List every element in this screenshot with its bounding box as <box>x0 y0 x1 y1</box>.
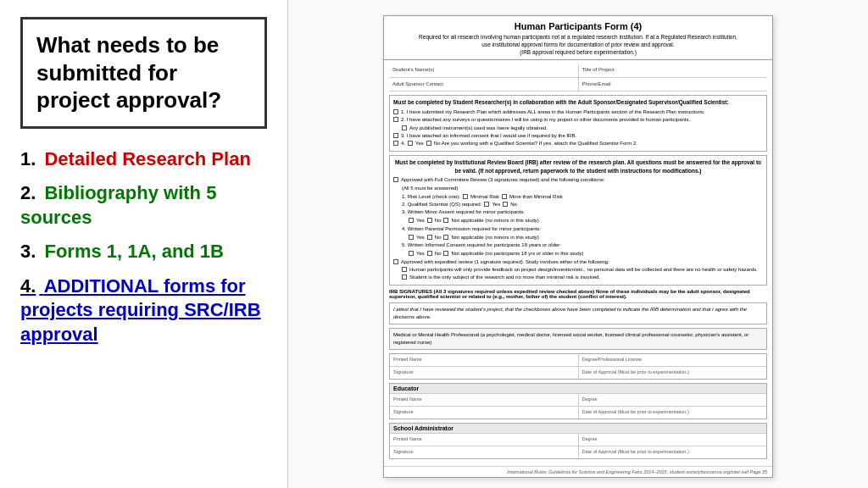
sig-row: Signature Date of Approval (Must be prio… <box>390 446 766 458</box>
checkbox-icon <box>443 235 448 240</box>
degree-cell: Degree <box>579 394 767 406</box>
irb-conditions: (All 5 must be answered) 1. Risk Level (… <box>402 185 763 258</box>
list-item: 4. ADDITIONAL forms for projects requiri… <box>20 274 267 347</box>
checkbox-icon <box>443 218 448 223</box>
degree-cell: Degree <box>579 434 767 446</box>
checkbox-icon <box>484 202 489 207</box>
form-header: Human Participants Form (4) Required for… <box>384 16 772 60</box>
printed-name-cell: Printed Name <box>390 354 579 366</box>
check-item-3: 3. I have attached an informed consent t… <box>393 132 763 139</box>
item-number: 3. <box>20 241 36 262</box>
parental-row: Yes No Not applicable (no minors in this… <box>402 234 763 241</box>
date-cell: Date of Approval (Must be prior to exper… <box>579 446 767 458</box>
title-box: What needs to be submitted for project a… <box>20 17 267 129</box>
signature-cell: Signature <box>390 367 579 379</box>
checkbox-icon <box>427 218 432 223</box>
sig-row: Signature Date of Approval (Must be prio… <box>390 367 766 379</box>
checkbox-icon <box>393 141 398 146</box>
irb-section: Must be completed by Institutional Revie… <box>389 155 767 286</box>
checkbox-icon <box>503 202 508 207</box>
signature-cell: Signature <box>390 446 579 458</box>
minor-assent-row: Yes No Not applicable (no minors in this… <box>402 217 763 224</box>
sig-row: Printed Name Degree/Professional License <box>390 354 766 367</box>
checkbox-icon <box>502 194 507 199</box>
sig-row: Printed Name Degree <box>390 394 766 407</box>
form-document: Human Participants Form (4) Required for… <box>383 15 773 478</box>
checkbox-icon <box>427 251 432 256</box>
form-title: Human Participants Form (4) <box>392 21 764 31</box>
irb-approved1: Approved with Full Committee Review (3 s… <box>393 176 763 183</box>
checkbox-icon <box>393 259 398 264</box>
must-complete-header: Must be completed by Student Researcher(… <box>393 98 763 107</box>
admin-label: School Administrator <box>390 424 766 434</box>
item-number: 1. <box>20 148 36 169</box>
submission-items: 1. Detailed Research Plan 2. Bibliograph… <box>20 147 267 358</box>
sig-row: Printed Name Degree <box>390 434 766 446</box>
sig-section-medical: Printed Name Degree/Professional License… <box>389 353 767 380</box>
form-body: Student's Name(s) Title of Project Adult… <box>384 60 772 466</box>
list-item: 2. Bibliography with 5 sources <box>20 181 267 230</box>
checkbox-icon <box>463 194 468 199</box>
checkbox-icon <box>443 251 448 256</box>
irb-sig-header: IRB SIGNATURES (All 3 signatures require… <box>389 289 767 299</box>
list-item: 1. Detailed Research Plan <box>20 147 267 172</box>
student-row: Student's Name(s) Title of Project <box>389 64 767 77</box>
medical-box: Medical or Mental Health Professional (a… <box>389 328 767 350</box>
main-title: What needs to be submitted for project a… <box>36 31 251 114</box>
sponsor-row: Adult Sponsor Contact Phone/Email <box>389 78 767 92</box>
checkbox-icon <box>402 267 407 272</box>
checkbox-icon <box>393 109 398 114</box>
expedited-row: Approved with expedited review (1 signat… <box>393 258 763 265</box>
degree-cell: Degree/Professional License <box>579 354 767 366</box>
date-cell: Date of Approval (Must be prior to exper… <box>579 407 767 419</box>
no-checkbox-icon <box>426 141 431 146</box>
irb-header: Must be completed by Institutional Revie… <box>393 158 763 175</box>
expedited-2: Student is the only subject of the resea… <box>402 274 763 280</box>
expedited-1: Human participants will only provide fee… <box>402 266 763 273</box>
form-footer: International Rules: Guidelines for Scie… <box>384 466 772 477</box>
title-project-cell: Title of Project <box>579 64 768 76</box>
printed-name-cell: Printed Name <box>390 394 579 406</box>
checkbox-icon <box>427 235 432 240</box>
qs-row: 2. Qualified Scientist (QS) required: Ye… <box>402 201 763 208</box>
item-number: 4. <box>20 275 36 297</box>
checkbox-icon <box>393 117 398 122</box>
checkbox-icon <box>409 218 414 223</box>
expedited-conditions: Human participants will only provide fee… <box>402 266 763 281</box>
signature-cell: Signature <box>390 407 579 419</box>
form-subtitle: Required for all research involving huma… <box>392 33 764 56</box>
consent-row: Yes No Not applicable (no participants 1… <box>402 250 763 257</box>
attestation-box: I attest that I have reviewed the studen… <box>389 302 767 324</box>
sig-section-educator: Educator Printed Name Degree Signature D… <box>389 383 767 419</box>
sig-row: Signature Date of Approval (Must be prio… <box>390 407 766 419</box>
sponsor-cell: Adult Sponsor Contact <box>389 78 579 91</box>
right-panel: Human Participants Form (4) Required for… <box>288 0 868 488</box>
printed-name-cell: Printed Name <box>390 434 579 446</box>
check-item-4: 4. Yes No Are you working with a Qualifi… <box>393 140 763 147</box>
must-complete-section: Must be completed by Student Researcher(… <box>389 95 767 152</box>
check-item-2: 2. I have attached any surveys or questi… <box>393 116 763 131</box>
educator-label: Educator <box>390 384 766 394</box>
check-item-1: 1. I have submitted my Research Plan whi… <box>393 108 763 115</box>
checkbox-icon <box>402 274 407 280</box>
risk-level-row: 1. Risk Level (check one): Minimal Risk … <box>402 193 763 200</box>
checkbox-icon <box>393 177 398 182</box>
list-item: 3. Forms 1, 1A, and 1B <box>20 240 267 264</box>
checkbox-icon <box>409 235 414 240</box>
left-panel: What needs to be submitted for project a… <box>0 0 288 488</box>
checkbox-icon <box>409 251 414 256</box>
sig-section-admin: School Administrator Printed Name Degree… <box>389 423 767 459</box>
checkbox-icon <box>393 133 398 138</box>
item-number: 2. <box>20 182 36 203</box>
checkbox-icon <box>402 125 407 130</box>
phone-cell: Phone/Email <box>579 78 768 91</box>
date-cell: Date of Approval (Must be prior to exper… <box>579 367 767 379</box>
yes-checkbox-icon <box>408 141 413 146</box>
student-name-cell: Student's Name(s) <box>389 64 579 76</box>
